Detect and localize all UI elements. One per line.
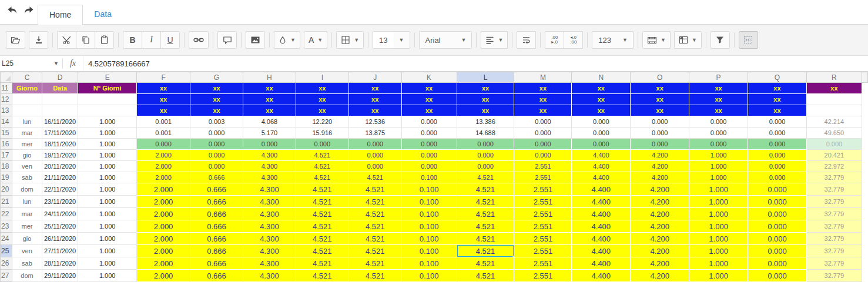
cell-O27[interactable]: 4.200 <box>631 270 689 282</box>
cell-Q11[interactable]: xx <box>748 83 807 94</box>
cell-P19[interactable]: 1.000 <box>689 172 748 183</box>
cell-J12[interactable]: xx <box>348 94 401 105</box>
filter-button[interactable] <box>711 31 730 49</box>
cell-O18[interactable]: 4.200 <box>631 161 689 172</box>
cell-M15[interactable]: 0.000 <box>514 128 572 139</box>
cell-N12[interactable]: xx <box>572 94 631 105</box>
cell-F23[interactable]: 2.000 <box>137 220 190 233</box>
cell-R25[interactable]: 32.779 <box>806 245 862 257</box>
cell-R27[interactable]: 32.779 <box>806 270 862 282</box>
cell-R12[interactable] <box>806 94 862 105</box>
image-button[interactable] <box>246 31 265 49</box>
cell-N18[interactable]: 4.400 <box>572 161 631 172</box>
cell-K19[interactable]: 0.100 <box>401 172 457 183</box>
column-header-R[interactable]: R <box>806 72 862 83</box>
cell-O21[interactable]: 4.200 <box>631 196 689 208</box>
cell-M25[interactable]: 2.551 <box>514 245 572 257</box>
cell-J17[interactable]: 0.000 <box>348 150 401 161</box>
cell-Q24[interactable]: 0.000 <box>748 233 807 245</box>
row-header-18[interactable]: 18 <box>1 161 12 172</box>
column-header-J[interactable]: J <box>348 72 401 83</box>
cell-P16[interactable]: 0.000 <box>689 139 748 150</box>
cell-K22[interactable]: 0.100 <box>401 208 457 220</box>
cell-P27[interactable]: 1.000 <box>689 270 748 282</box>
cell-D15[interactable]: 17/11/2020 <box>42 128 78 139</box>
italic-button[interactable]: I <box>142 31 161 49</box>
cell-D11[interactable]: Data <box>42 83 78 94</box>
cell-E17[interactable]: 1.000 <box>78 150 137 161</box>
cell-N15[interactable]: 0.000 <box>572 128 631 139</box>
cell-M24[interactable]: 2.551 <box>514 233 572 245</box>
cell-Q23[interactable]: 0.000 <box>748 220 807 233</box>
cell-D18[interactable]: 20/11/2020 <box>42 161 78 172</box>
cell-G15[interactable]: 0.000 <box>190 128 243 139</box>
cell-N23[interactable]: 4.400 <box>572 220 631 233</box>
row-header-13[interactable]: 13 <box>1 105 12 116</box>
cell-L13[interactable]: xx <box>457 105 514 116</box>
cell-O14[interactable]: 0.000 <box>631 116 689 128</box>
cell-R16[interactable]: 0.000 <box>806 139 862 150</box>
cell-N24[interactable]: 4.400 <box>572 233 631 245</box>
cell-M18[interactable]: 2.551 <box>514 161 572 172</box>
cell-H25[interactable]: 4.300 <box>243 245 296 257</box>
cell-C24[interactable]: gio <box>12 233 42 245</box>
cell-L23[interactable]: 4.521 <box>457 220 514 233</box>
cell-C21[interactable]: lun <box>12 196 42 208</box>
cell-O12[interactable]: xx <box>631 94 689 105</box>
cell-N14[interactable]: 0.000 <box>572 116 631 128</box>
borders-button[interactable]: ▼ <box>336 31 364 49</box>
cell-O23[interactable]: 4.200 <box>631 220 689 233</box>
cell-F24[interactable]: 2.000 <box>137 233 190 245</box>
cell-K26[interactable]: 0.100 <box>401 257 457 270</box>
cell-R11[interactable]: xx <box>806 83 862 94</box>
cell-L19[interactable]: 4.521 <box>457 172 514 183</box>
cell-L24[interactable]: 4.521 <box>457 233 514 245</box>
cell-N13[interactable]: xx <box>572 105 631 116</box>
cell-P23[interactable]: 1.000 <box>689 220 748 233</box>
cell-D24[interactable]: 26/11/2020 <box>42 233 78 245</box>
fill-color-button[interactable]: ▼ <box>274 31 300 49</box>
cell-Q15[interactable]: 0.000 <box>748 128 807 139</box>
cell-O19[interactable]: 4.200 <box>631 172 689 183</box>
freeze-panes-button[interactable]: ▼ <box>642 31 671 49</box>
cell-E26[interactable]: 1.000 <box>78 257 137 270</box>
cell-D21[interactable]: 23/11/2020 <box>42 196 78 208</box>
cell-J19[interactable]: 4.521 <box>348 172 401 183</box>
row-header-16[interactable]: 16 <box>1 139 12 150</box>
cell-H18[interactable]: 4.300 <box>243 161 296 172</box>
cell-R15[interactable]: 49.650 <box>806 128 862 139</box>
cell-K16[interactable]: 0.000 <box>401 139 457 150</box>
cell-L20[interactable]: 4.521 <box>457 183 514 196</box>
cell-Q19[interactable]: 0.000 <box>748 172 807 183</box>
cell-D14[interactable]: 16/11/2020 <box>42 116 78 128</box>
cell-P13[interactable]: xx <box>689 105 748 116</box>
cell-H27[interactable]: 4.300 <box>243 270 296 282</box>
row-header-25[interactable]: 25 <box>1 245 12 257</box>
cell-P17[interactable]: 1.000 <box>689 150 748 161</box>
font-size-select[interactable]: 13 ▼ <box>373 31 410 49</box>
cell-E20[interactable]: 1.000 <box>78 183 137 196</box>
selected-cell-L25[interactable]: 4.521 <box>457 245 514 257</box>
cell-N20[interactable]: 4.400 <box>572 183 631 196</box>
cell-D17[interactable]: 19/11/2020 <box>42 150 78 161</box>
format-cells-button[interactable]: ▼ <box>674 31 702 49</box>
cell-L18[interactable]: 0.000 <box>457 161 514 172</box>
cell-O17[interactable]: 4.200 <box>631 150 689 161</box>
cell-D22[interactable]: 24/11/2020 <box>42 208 78 220</box>
row-header-17[interactable]: 17 <box>1 150 12 161</box>
cell-P18[interactable]: 1.000 <box>689 161 748 172</box>
cell-C27[interactable]: dom <box>12 270 42 282</box>
cell-Q12[interactable]: xx <box>748 94 807 105</box>
selection-fill-handle[interactable] <box>512 256 514 257</box>
cell-J27[interactable]: 4.521 <box>348 270 401 282</box>
cell-O13[interactable]: xx <box>631 105 689 116</box>
cell-F17[interactable]: 2.000 <box>137 150 190 161</box>
row-header-11[interactable]: 11 <box>1 83 12 94</box>
cell-E15[interactable]: 1.000 <box>78 128 137 139</box>
cell-R17[interactable]: 20.421 <box>806 150 862 161</box>
cell-M16[interactable]: 0.000 <box>514 139 572 150</box>
row-header-23[interactable]: 23 <box>1 220 12 233</box>
cell-G14[interactable]: 0.003 <box>190 116 243 128</box>
cell-J18[interactable]: 0.000 <box>348 161 401 172</box>
cell-H16[interactable]: 0.000 <box>243 139 296 150</box>
